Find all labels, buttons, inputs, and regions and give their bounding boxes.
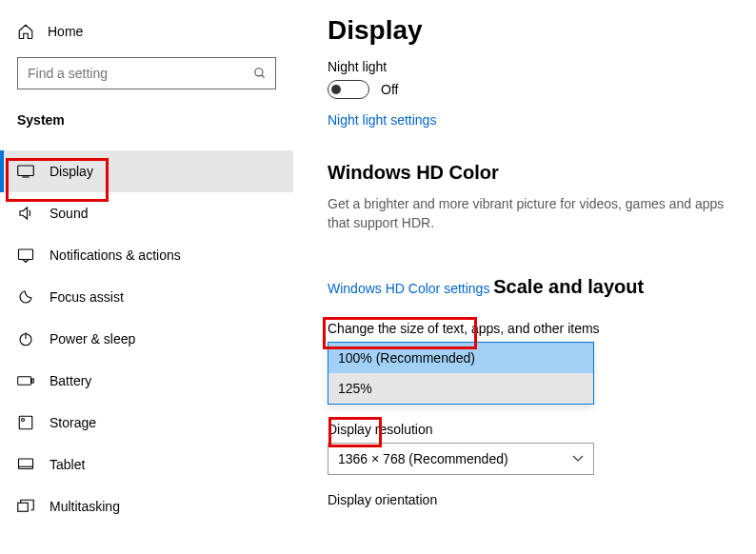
svg-rect-13 — [18, 503, 29, 511]
sidebar-item-display[interactable]: Display — [0, 150, 293, 192]
main-content: Display Night light Off Night light sett… — [293, 0, 756, 554]
hd-color-desc: Get a brighter and more vibrant picture … — [328, 195, 727, 232]
sidebar-item-label: Battery — [50, 373, 91, 388]
display-icon — [17, 163, 34, 180]
resolution-select[interactable]: 1366 × 768 (Recommended) — [328, 443, 594, 475]
svg-rect-9 — [19, 416, 32, 429]
tablet-icon — [17, 456, 34, 473]
sidebar-item-sound[interactable]: Sound — [0, 192, 293, 234]
battery-icon — [17, 372, 34, 389]
sidebar-item-label: Focus assist — [50, 289, 124, 305]
search-box[interactable] — [17, 57, 276, 89]
scale-change-label: Change the size of text, apps, and other… — [328, 321, 756, 336]
settings-sidebar: Home System Display Sound Notifications … — [0, 0, 293, 554]
resolution-label: Display resolution — [328, 422, 756, 437]
resolution-value: 1366 × 768 (Recommended) — [338, 451, 508, 466]
chevron-down-icon — [572, 455, 584, 463]
night-light-label: Night light — [328, 59, 756, 74]
notifications-icon — [17, 247, 34, 264]
orientation-label: Display orientation — [328, 492, 756, 507]
svg-rect-2 — [18, 166, 34, 176]
scale-option-label: 100% (Recommended) — [338, 350, 475, 366]
night-light-settings-link[interactable]: Night light settings — [328, 112, 436, 128]
sidebar-item-storage[interactable]: Storage — [0, 402, 293, 444]
sidebar-item-multitasking[interactable]: Multitasking — [0, 485, 293, 527]
sidebar-item-focus-assist[interactable]: Focus assist — [0, 276, 293, 318]
sidebar-item-battery[interactable]: Battery — [0, 360, 293, 402]
home-nav[interactable]: Home — [0, 17, 293, 51]
multitasking-icon — [17, 498, 34, 515]
svg-rect-8 — [31, 379, 33, 383]
sidebar-item-tablet[interactable]: Tablet — [0, 444, 293, 485]
sound-icon — [17, 205, 34, 222]
sidebar-item-label: Notifications & actions — [50, 247, 181, 263]
focus-assist-icon — [17, 288, 34, 306]
scale-dropdown-open[interactable]: 100% (Recommended) 125% — [328, 342, 594, 405]
svg-point-10 — [22, 419, 25, 422]
power-icon — [17, 330, 34, 347]
scale-option-label: 125% — [338, 381, 372, 396]
search-input[interactable] — [17, 57, 276, 89]
sidebar-section-title: System — [0, 107, 293, 150]
svg-rect-4 — [19, 249, 33, 260]
scale-layout-heading: Scale and layout — [493, 276, 644, 298]
storage-icon — [17, 414, 34, 431]
sidebar-item-power-sleep[interactable]: Power & sleep — [0, 318, 293, 360]
sidebar-item-label: Multitasking — [50, 499, 120, 514]
sidebar-item-label: Storage — [50, 415, 96, 430]
scale-option-125[interactable]: 125% — [328, 373, 593, 404]
sidebar-item-notifications[interactable]: Notifications & actions — [0, 234, 293, 276]
home-label: Home — [48, 24, 83, 39]
hd-color-settings-link[interactable]: Windows HD Color settings — [328, 281, 489, 296]
sidebar-item-label: Tablet — [50, 457, 85, 472]
svg-line-1 — [262, 75, 265, 78]
night-light-state: Off — [381, 82, 398, 97]
night-light-toggle[interactable] — [328, 80, 369, 99]
sidebar-item-label: Power & sleep — [50, 331, 135, 346]
svg-rect-7 — [18, 377, 31, 385]
search-icon — [253, 67, 267, 80]
svg-rect-11 — [19, 459, 33, 469]
sidebar-item-label: Sound — [50, 206, 88, 221]
home-icon — [17, 23, 34, 40]
page-title: Display — [328, 15, 756, 46]
sidebar-item-label: Display — [50, 164, 93, 179]
hd-color-heading: Windows HD Color — [328, 162, 756, 184]
scale-option-100[interactable]: 100% (Recommended) — [328, 343, 593, 373]
svg-point-0 — [255, 69, 263, 76]
